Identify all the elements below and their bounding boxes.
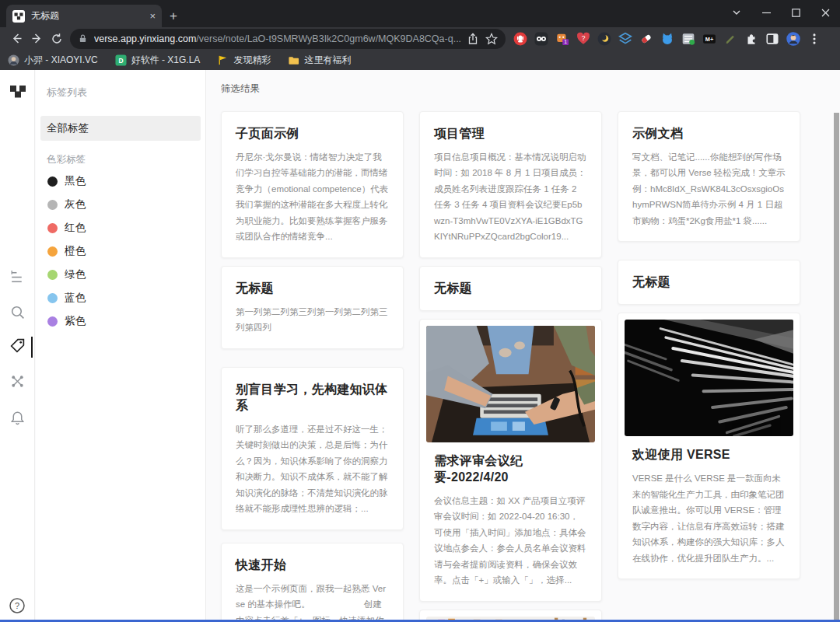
tag-item-purple[interactable]: 紫色 <box>36 309 205 333</box>
card-title: 欢迎使用 VERSE <box>632 447 786 463</box>
bookmark-label: 小羿 - XIAOYI.VC <box>24 54 98 67</box>
tag-label: 紫色 <box>65 314 86 328</box>
bookmark-x1g[interactable]: D 好软件 - X1G.LA <box>115 54 201 67</box>
orange-dot <box>47 246 58 257</box>
note-card-review-meeting[interactable]: 需求评审会议纪要-2022/4/20 会议信息主题：如 XX 产品项目立项评审会… <box>419 319 602 602</box>
bookmark-benefits[interactable]: 这里有福利 <box>288 54 351 67</box>
card-title: 示例文档 <box>632 126 786 142</box>
note-card-quickstart[interactable]: 快速开始 这是一个示例页面，跟我一起熟悉 Verse 的基本操作吧。 创建内容点… <box>221 543 404 620</box>
card-body: 会议信息主题：如 XX 产品项目立项评审会议时间：如 2022-04-20 16… <box>434 493 587 589</box>
graph-icon[interactable] <box>9 373 26 390</box>
grid-column-3: 示例文档 写文档、记笔记......你能想到的写作场景，都可以用 Verse 轻… <box>618 111 800 579</box>
tag-item-green[interactable]: 绿色 <box>36 263 205 286</box>
browser-menu-icon[interactable] <box>807 32 821 46</box>
tag-item-black[interactable]: 黑色 <box>36 169 205 193</box>
minimize-button[interactable] <box>751 0 781 25</box>
extensions-puzzle-icon[interactable] <box>744 32 758 46</box>
bookmark-discover[interactable]: 发现精彩 <box>217 54 271 67</box>
card-title: 快速开始 <box>236 557 389 574</box>
green-d-favicon: D <box>115 54 127 66</box>
tab-close-icon[interactable]: × <box>149 10 156 22</box>
purple-dot <box>47 316 58 327</box>
note-card-subpage[interactable]: 子页面示例 丹尼尔·戈尔曼说：情绪智力决定了我们学习自控等基础能力的潜能，而情绪… <box>221 111 404 258</box>
dark-moon-icon[interactable] <box>597 32 611 46</box>
note-grid: 子页面示例 丹尼尔·戈尔曼说：情绪智力决定了我们学习自控等基础能力的潜能，而情绪… <box>207 96 840 620</box>
url-path: /verse/note/LaO-t9SMRWyB3Ik2C0gm6w/MQK9D… <box>196 33 460 44</box>
bell-icon[interactable] <box>9 410 26 426</box>
profile-avatar[interactable] <box>786 32 800 46</box>
back-icon[interactable] <box>6 29 26 49</box>
card-body: VERSE 是什么 VERSE 是一款面向未来的智能化生产力工具，由印象笔记团队… <box>632 470 786 566</box>
all-tags-item[interactable]: 全部标签 <box>40 116 201 141</box>
bookmark-label: 发现精彩 <box>233 54 271 67</box>
forward-icon[interactable] <box>26 29 47 49</box>
tab-untitled[interactable]: 无标题 × <box>6 5 162 27</box>
bookmark-label: 这里有福利 <box>304 54 351 67</box>
help-icon[interactable]: ? <box>9 597 26 614</box>
tag-item-blue[interactable]: 蓝色 <box>36 286 205 309</box>
bookmark-xiaoyi[interactable]: 小羿 - XIAOYI.VC <box>8 54 98 67</box>
glasses-icon[interactable] <box>534 32 548 46</box>
heart-question-icon[interactable]: ? <box>576 32 590 46</box>
share-icon[interactable] <box>467 33 479 45</box>
layers-icon[interactable] <box>618 32 632 46</box>
card-body: 丹尼尔·戈尔曼说：情绪智力决定了我们学习自控等基础能力的潜能，而情绪竞争力（em… <box>236 149 389 245</box>
lock-icon <box>78 33 88 44</box>
robot-icon[interactable]: 1 <box>555 32 569 46</box>
black-dot <box>47 176 58 187</box>
url-domain: verse.app.yinxiang.com <box>94 33 196 44</box>
pencil-icon[interactable] <box>723 32 737 46</box>
cat-icon[interactable] <box>660 32 674 46</box>
note-card-office-meeting[interactable] <box>419 610 602 620</box>
pill-icon[interactable] <box>639 32 653 46</box>
svg-text:M+: M+ <box>705 36 713 43</box>
reload-icon[interactable] <box>47 29 67 49</box>
note-card-untitled-2[interactable]: 无标题 <box>419 266 602 311</box>
tab-title: 无标题 <box>31 9 143 23</box>
card-title: 子页面示例 <box>236 126 389 142</box>
note-card-untitled-3[interactable]: 无标题 <box>618 260 800 305</box>
abstract-dark-photo <box>618 320 800 436</box>
adguard-icon[interactable] <box>513 32 527 46</box>
address-bar[interactable]: verse.app.yinxiang.com/verse/note/LaO-t9… <box>70 29 506 49</box>
tab-search-icon[interactable] <box>722 0 751 25</box>
card-title: 无标题 <box>632 274 786 291</box>
grid-column-2: 项目管理 项目信息项目概况：基本情况说明启动时间：如 2018 年 8 月 1 … <box>419 111 602 620</box>
svg-text:?: ? <box>15 601 19 610</box>
table-list-icon[interactable] <box>681 32 695 46</box>
m-plus-icon[interactable]: M+ <box>702 32 716 46</box>
tag-item-gray[interactable]: 灰色 <box>36 193 205 216</box>
browser-window: 无标题 × + verse.app.yinxiang.com/verse/not… <box>0 0 840 622</box>
tag-label: 蓝色 <box>65 291 86 305</box>
bookmark-star-icon[interactable] <box>485 33 498 45</box>
card-title: 无标题 <box>434 281 587 297</box>
card-body: 听了那么多道理，还是过不好这一生；关键时刻做出的决策，总是后悔；为什么？因为，知… <box>236 421 389 517</box>
svg-text:1: 1 <box>564 39 567 44</box>
window-controls <box>722 0 840 25</box>
side-panel-icon[interactable] <box>765 32 779 46</box>
card-title: 项目管理 <box>434 126 587 142</box>
verse-logo[interactable] <box>9 83 26 100</box>
note-card-welcome-verse[interactable]: 欢迎使用 VERSE VERSE 是什么 VERSE 是一款面向未来的智能化生产… <box>618 313 800 579</box>
url-text: verse.app.yinxiang.com/verse/note/LaO-t9… <box>94 33 460 44</box>
main-scrollbar[interactable] <box>834 113 839 620</box>
new-tab-button[interactable]: + <box>170 9 177 24</box>
outline-icon[interactable] <box>9 269 26 285</box>
tag-item-orange[interactable]: 橙色 <box>36 239 205 263</box>
note-card-knowledge[interactable]: 别盲目学习，先构建知识体系 听了那么多道理，还是过不好这一生；关键时刻做出的决策… <box>221 367 404 530</box>
note-card-project[interactable]: 项目管理 项目信息项目概况：基本情况说明启动时间：如 2018 年 8 月 1 … <box>419 111 602 258</box>
gray-dot <box>47 200 58 210</box>
main-content: 筛选结果 子页面示例 丹尼尔·戈尔曼说：情绪智力决定了我们学习自控等基础能力的潜… <box>207 70 840 620</box>
maximize-button[interactable] <box>781 0 810 25</box>
tag-icon-active[interactable] <box>9 337 26 354</box>
card-title: 别盲目学习，先构建知识体系 <box>236 382 389 414</box>
note-card-untitled-table[interactable]: 无标题 第一列第二列第三列第一列第二列第三列第四列 <box>221 266 404 349</box>
search-icon[interactable] <box>9 304 26 320</box>
tag-label: 灰色 <box>65 197 86 211</box>
tag-list-header: 标签列表 <box>36 70 205 100</box>
avatar-favicon <box>8 54 19 66</box>
svg-text:D: D <box>118 56 123 64</box>
note-card-sample-doc[interactable]: 示例文档 写文档、记笔记......你能想到的写作场景，都可以用 Verse 轻… <box>618 111 800 242</box>
close-window-button[interactable] <box>810 0 840 25</box>
tag-item-red[interactable]: 红色 <box>36 216 205 239</box>
